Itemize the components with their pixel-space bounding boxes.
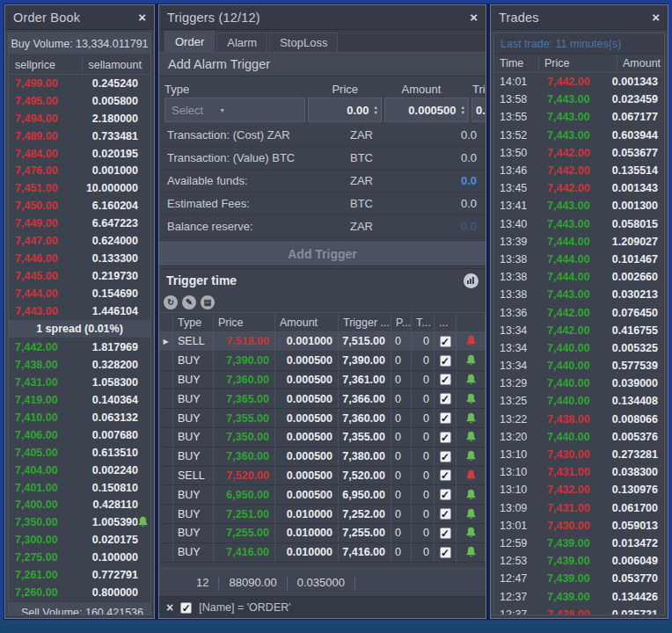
enabled-checkbox[interactable]: ✓	[440, 412, 451, 424]
trigger-row[interactable]: BUY7,255.000.0100007,255.0000✓	[159, 524, 486, 543]
refresh-button[interactable]: ↻	[164, 295, 178, 309]
trigger-row[interactable]: BUY6,950.000.0005006,950.0000✓	[159, 485, 486, 505]
chart-options-icon[interactable]	[464, 273, 478, 288]
sellprice-column-header[interactable]: sellprice	[9, 55, 83, 74]
order-book-row[interactable]: 7,406.000.007680	[9, 426, 150, 444]
filter-checkbox[interactable]: ✓	[180, 602, 192, 614]
enabled-checkbox[interactable]: ✓	[440, 336, 451, 347]
alarm-bell-icon[interactable]	[465, 546, 477, 558]
order-book-row[interactable]: 7,489.000.733481	[9, 127, 150, 145]
column-header[interactable]: T...	[412, 313, 435, 331]
order-book-row[interactable]: 7,445.000.219730	[9, 267, 150, 285]
trade-row[interactable]: 13:227,438.000.008066	[494, 411, 664, 428]
order-book-row[interactable]: 7,350.001.005390	[9, 513, 150, 531]
trade-row[interactable]: 12:377,439.000.134426	[494, 587, 664, 605]
trigger-row[interactable]: BUY7,360.000.0005007,361.0000✓	[159, 371, 486, 390]
enabled-checkbox[interactable]: ✓	[440, 489, 451, 500]
alarm-bell-icon[interactable]	[465, 431, 477, 443]
trade-row[interactable]: 13:297,440.000.039000	[494, 375, 664, 392]
close-icon[interactable]: ×	[138, 11, 146, 24]
trade-row[interactable]: 13:367,442.000.076450	[494, 303, 664, 321]
trigger-row[interactable]: BUY7,360.000.0005007,380.0000✓	[159, 447, 486, 467]
order-book-row[interactable]: 7,404.000.002240	[9, 462, 150, 479]
order-book-row[interactable]: 7,442.001.817969	[9, 338, 150, 356]
close-icon[interactable]: ×	[470, 11, 478, 24]
amount-spinner[interactable]: ▲▼	[461, 106, 465, 115]
edit-button[interactable]: ✎	[182, 295, 196, 309]
order-book-row[interactable]: 7,275.000.100000	[9, 549, 150, 566]
price-spinner[interactable]: ▲▼	[374, 106, 378, 115]
alarm-bell-icon[interactable]	[465, 335, 477, 347]
order-book-row[interactable]: 7,401.000.150810	[9, 479, 150, 497]
trigger-row[interactable]: BUY7,350.000.0005007,355.0000✓	[159, 428, 486, 447]
trade-row[interactable]: 13:107,430.000.273281	[494, 446, 664, 463]
order-book-row[interactable]: 7,495.000.005800	[9, 92, 150, 110]
trade-row[interactable]: 13:457,442.000.001343	[494, 179, 664, 197]
trade-row[interactable]: 13:347,440.000.005325	[494, 339, 664, 357]
order-book-row[interactable]: 7,419.000.140364	[9, 391, 150, 409]
order-book-row[interactable]: 7,261.000.772791	[9, 566, 150, 584]
order-book-row[interactable]: 7,446.000.133300	[9, 250, 150, 267]
order-book-row[interactable]: 7,476.000.001000	[9, 162, 150, 179]
trade-row[interactable]: 13:207,440.000.005376	[494, 428, 664, 446]
column-header[interactable]: Type	[173, 313, 214, 331]
trade-row[interactable]: 13:397,444.001.209027	[494, 233, 664, 251]
alarm-bell-icon[interactable]	[465, 527, 477, 539]
trade-row[interactable]: 13:407,443.000.058015	[494, 215, 664, 233]
trigger-row[interactable]: BUY7,251.000.0100007,252.0000✓	[159, 505, 486, 524]
tab-order[interactable]: Order	[164, 31, 215, 52]
alarm-bell-icon[interactable]	[465, 374, 477, 386]
enabled-checkbox[interactable]: ✓	[440, 355, 451, 367]
column-header[interactable]: Amount	[275, 313, 339, 331]
order-book-row[interactable]: 7,450.006.160204	[9, 197, 150, 215]
order-book-row[interactable]: 7,438.000.328200	[9, 356, 150, 374]
trade-row[interactable]: 13:507,442.000.053677	[494, 144, 664, 162]
alarm-bell-icon[interactable]	[465, 489, 477, 501]
trade-row[interactable]: 13:107,431.000.038300	[494, 463, 664, 481]
trade-row[interactable]: 12:537,439.000.006049	[494, 552, 664, 570]
tab-stoploss[interactable]: StopLoss	[269, 33, 338, 52]
order-book-row[interactable]: 7,499.000.245240	[9, 75, 150, 92]
alarm-bell-icon[interactable]	[137, 516, 149, 528]
tab-alarm[interactable]: Alarm	[216, 33, 267, 52]
order-book-row[interactable]: 7,451.0010.000000	[9, 179, 150, 197]
column-header[interactable]: Price	[214, 313, 275, 331]
trade-row[interactable]: 13:257,440.000.134408	[494, 392, 664, 410]
add-trigger-button[interactable]: Add Trigger	[159, 242, 486, 266]
trigger-row[interactable]: BUY7,416.000.0100007,416.0000✓	[159, 543, 486, 563]
order-book-row[interactable]: 7,431.001.058300	[9, 374, 150, 391]
alarm-bell-icon[interactable]	[465, 508, 477, 520]
triggers-titlebar[interactable]: Triggers (12/12) ×	[159, 5, 486, 30]
enabled-checkbox[interactable]: ✓	[440, 432, 451, 443]
trade-row[interactable]: 13:097,431.000.061700	[494, 499, 664, 517]
order-book-row[interactable]: 7,410.000.063132	[9, 409, 150, 426]
trade-row[interactable]: 13:387,444.000.101467	[494, 251, 664, 268]
clear-filter-icon[interactable]: ×	[166, 601, 173, 614]
trade-row[interactable]: 13:107,432.000.130976	[494, 481, 664, 498]
alarm-bell-icon[interactable]	[465, 354, 477, 367]
trigger-price-input[interactable]: 0.00 ▲▼	[471, 98, 486, 122]
trade-row[interactable]: 12:597,439.000.013472	[494, 535, 664, 552]
order-book-row[interactable]: 7,447.000.624000	[9, 232, 150, 250]
enabled-checkbox[interactable]: ✓	[440, 528, 451, 539]
order-book-row[interactable]: 7,444.000.154690	[9, 285, 150, 302]
trigger-row[interactable]: ▶SELL7,518.000.0010007,515.0000✓	[159, 332, 486, 352]
close-icon[interactable]: ×	[652, 11, 660, 24]
order-book-row[interactable]: 7,443.001.446104	[9, 302, 150, 320]
trade-row[interactable]: 13:017,430.000.059013	[494, 517, 664, 535]
trade-row[interactable]: 12:377,438.000.035721	[494, 606, 664, 615]
enabled-checkbox[interactable]: ✓	[440, 374, 451, 385]
trade-row[interactable]: 13:387,443.000.030213	[494, 286, 664, 303]
list-button[interactable]: ▤	[201, 295, 215, 309]
trigger-row[interactable]: SELL7,520.000.0005007,520.0000✓	[159, 467, 486, 486]
order-book-row[interactable]: 7,260.000.800000	[9, 584, 150, 601]
trade-row[interactable]: 13:467,442.000.135514	[494, 162, 664, 179]
trade-row[interactable]: 13:417,443.000.001300	[494, 197, 664, 215]
sellamount-column-header[interactable]: sellamount	[83, 55, 142, 74]
trigger-row[interactable]: BUY7,355.000.0005007,360.0000✓	[159, 409, 486, 428]
order-book-row[interactable]: 7,484.000.020195	[9, 145, 150, 163]
amount-input[interactable]: 0.000500 ▲▼	[384, 98, 469, 122]
column-header[interactable]: Trigger ...	[339, 313, 391, 331]
trade-row[interactable]: 13:527,443.000.603944	[494, 127, 664, 144]
trade-row[interactable]: 12:477,439.000.053770	[494, 570, 664, 587]
